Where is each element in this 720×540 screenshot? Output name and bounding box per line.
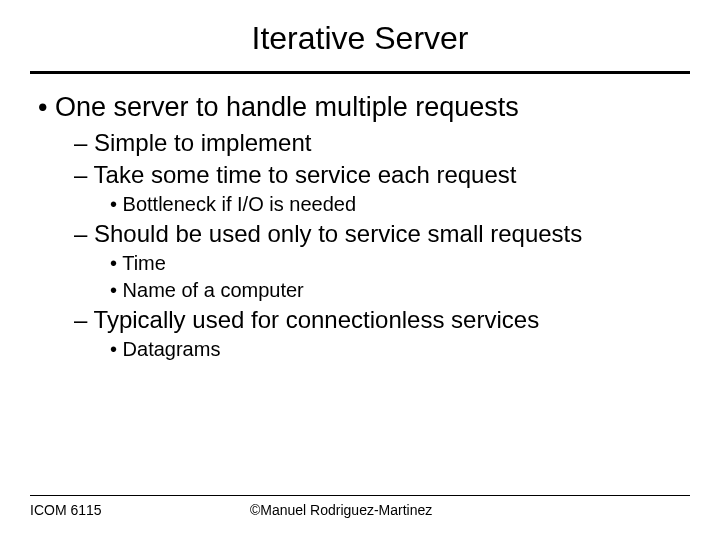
- slide: Iterative Server One server to handle mu…: [0, 0, 720, 540]
- title-divider: [30, 71, 690, 74]
- footer-copyright: ©Manuel Rodriguez-Martinez: [250, 502, 690, 518]
- bullet-level2: Take some time to service each request: [74, 161, 690, 189]
- bullet-level3: Datagrams: [110, 338, 690, 361]
- bullet-level3: Time: [110, 252, 690, 275]
- slide-content: One server to handle multiple requests S…: [30, 92, 690, 361]
- bullet-level3: Name of a computer: [110, 279, 690, 302]
- footer-row: ICOM 6115 ©Manuel Rodriguez-Martinez: [30, 502, 690, 518]
- bullet-level2: Simple to implement: [74, 129, 690, 157]
- footer-course-code: ICOM 6115: [30, 502, 250, 518]
- bullet-level3: Bottleneck if I/O is needed: [110, 193, 690, 216]
- footer: ICOM 6115 ©Manuel Rodriguez-Martinez: [0, 495, 720, 518]
- footer-divider: [30, 495, 690, 496]
- bullet-level2: Typically used for connectionless servic…: [74, 306, 690, 334]
- slide-title: Iterative Server: [30, 20, 690, 57]
- bullet-level1: One server to handle multiple requests: [38, 92, 690, 123]
- bullet-level2: Should be used only to service small req…: [74, 220, 690, 248]
